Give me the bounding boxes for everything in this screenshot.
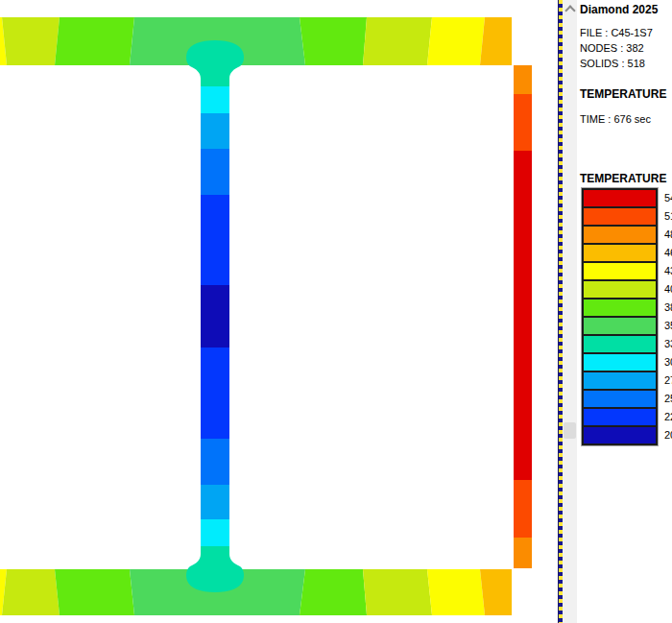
web-band [201, 519, 229, 546]
legend-color-swatch [582, 334, 658, 354]
legend-title: TEMPERATURE [580, 173, 666, 185]
vertical-scrollbar[interactable] [563, 0, 577, 623]
right-plate-band [514, 94, 532, 151]
solids-label: SOLIDS : 518 [580, 58, 645, 70]
app-title: Diamond 2025 [580, 4, 658, 16]
mesh-viewport [0, 0, 558, 623]
legend-value-label: 27 [664, 374, 672, 386]
right-plate-band [514, 65, 532, 94]
bottom-flange-segment [480, 569, 512, 615]
web-band [201, 149, 229, 195]
bottom-flange-segment [2, 569, 60, 615]
legend-color-swatch [582, 298, 658, 318]
legend-value-label: 22 [664, 411, 672, 422]
legend-value-label: 43 [664, 265, 672, 276]
legend-color-swatch [582, 425, 658, 445]
legend-row: 22 [582, 407, 658, 427]
legend-color-swatch [582, 407, 658, 427]
bottom-flange-segment [363, 569, 432, 615]
right-plate-band [514, 480, 532, 538]
legend-row: 20 [582, 425, 658, 445]
legend-color-swatch [582, 371, 658, 391]
web-band [201, 485, 229, 519]
legend-color-swatch [582, 188, 658, 208]
legend-value-label: 48 [664, 228, 672, 240]
legend-value-label: 35 [664, 320, 672, 331]
bottom-flange-segment [300, 569, 367, 615]
scrollbar-thumb[interactable] [564, 422, 576, 439]
legend-value-label: 40 [664, 283, 672, 295]
info-panel: Diamond 2025 FILE : C45-1S7 NODES : 382 … [577, 0, 672, 623]
legend-row: 46 [582, 243, 658, 263]
bottom-flange-segment [55, 569, 134, 615]
legend-value-label: 46 [664, 247, 672, 258]
file-label: FILE : C45-1S7 [580, 27, 653, 39]
legend-row: 27 [582, 371, 658, 391]
legend-value-label: 25 [664, 393, 672, 404]
chevron-up-icon [564, 5, 575, 15]
web-band [201, 285, 229, 347]
top-flange-segment [300, 17, 367, 65]
bottom-flange-segment [427, 569, 485, 615]
diamond-app-window: { "header": { "title": "Diamond 2025" },… [0, 0, 672, 623]
legend-value-label: 33 [664, 338, 672, 349]
legend-row: 51 [582, 206, 658, 227]
legend-row: 48 [582, 225, 658, 245]
scroll-up-button[interactable] [563, 0, 577, 15]
legend-row: 30 [582, 352, 658, 372]
legend-color-swatch [582, 261, 658, 281]
web-band [201, 113, 229, 149]
legend-color-swatch [582, 243, 658, 263]
nodes-label: NODES : 382 [580, 42, 644, 55]
top-flange-segment [427, 17, 485, 65]
quantity-title: TEMPERATURE [580, 88, 666, 101]
legend-color-swatch [582, 279, 658, 300]
temperature-legend: 5451484643403835333027252220 [581, 187, 659, 446]
section-mesh [0, 0, 558, 623]
top-flange-segment [2, 17, 60, 65]
legend-row: 54 [582, 188, 658, 208]
legend-color-swatch [582, 225, 658, 245]
web-band [201, 86, 229, 113]
legend-row: 38 [582, 298, 658, 318]
web-fillet-bottom [186, 546, 244, 592]
legend-row: 43 [582, 261, 658, 281]
legend-value-label: 30 [664, 356, 672, 368]
legend-value-label: 54 [664, 192, 672, 204]
top-flange-segment [480, 17, 512, 65]
top-flange-segment [55, 17, 134, 65]
legend-value-label: 20 [664, 429, 672, 441]
legend-color-swatch [582, 352, 658, 372]
legend-row: 35 [582, 316, 658, 336]
web-fillet-top [186, 40, 244, 86]
legend-row: 40 [582, 279, 658, 300]
web-band [201, 195, 229, 285]
web-band [201, 347, 229, 439]
legend-color-swatch [582, 206, 658, 227]
legend-row: 25 [582, 389, 658, 409]
right-plate-band [514, 538, 532, 568]
time-label: TIME : 676 sec [580, 113, 651, 126]
legend-value-label: 51 [664, 210, 672, 222]
legend-color-swatch [582, 316, 658, 336]
legend-value-label: 38 [664, 301, 672, 313]
web-band [201, 439, 229, 485]
legend-row: 33 [582, 334, 658, 354]
top-flange-segment [363, 17, 432, 65]
legend-color-swatch [582, 389, 658, 409]
right-plate-band [514, 151, 532, 480]
